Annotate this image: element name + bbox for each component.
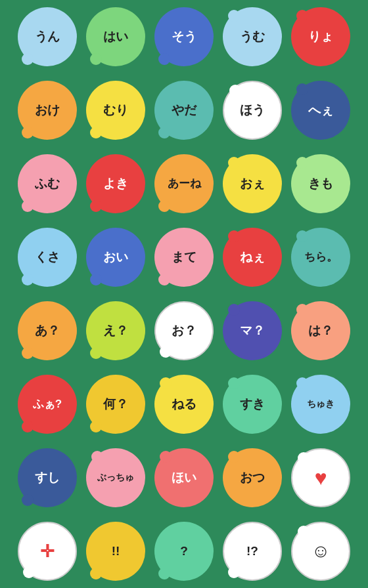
bubble-label: うむ: [240, 30, 265, 44]
bubble-3-1[interactable]: おい: [86, 228, 145, 287]
bubble-label: ねる: [172, 398, 196, 411]
bubble-label: あ？: [35, 324, 60, 338]
bubble-1-1[interactable]: むり: [86, 81, 145, 140]
bubble-7-2[interactable]: ?: [154, 522, 214, 581]
bubble-6-4[interactable]: ♥: [291, 448, 350, 507]
bubble-label: すし: [35, 471, 60, 485]
bubble-1-0[interactable]: おけ: [18, 81, 77, 140]
bubble-3-4[interactable]: ちら。: [291, 228, 350, 287]
bubble-3-2[interactable]: まて: [154, 228, 214, 287]
bubble-label: ほう: [240, 104, 265, 117]
emoji-grid: うんはいそううむりょおけむりやだほうへぇふむよきあーねおぇきもくさおいまてねぇち…: [8, 0, 360, 588]
bubble-label: おぇ: [240, 177, 265, 191]
bubble-5-2[interactable]: ねる: [154, 375, 214, 434]
bubble-6-2[interactable]: ほい: [154, 448, 214, 507]
bubble-0-2[interactable]: そう: [154, 7, 214, 66]
bubble-7-4[interactable]: ☺: [291, 522, 350, 581]
bubble-4-3[interactable]: マ？: [223, 301, 282, 360]
face-icon: ☺: [311, 541, 331, 562]
bubble-label: お？: [172, 324, 196, 338]
bubble-2-2[interactable]: あーね: [154, 154, 214, 213]
bubble-label: ねぇ: [240, 251, 265, 264]
bubble-2-0[interactable]: ふむ: [18, 154, 77, 213]
bubble-label: やだ: [172, 104, 196, 117]
bubble-label: りょ: [308, 30, 333, 44]
bubble-7-0[interactable]: ✛: [18, 522, 77, 581]
bubble-2-3[interactable]: おぇ: [223, 154, 282, 213]
bubble-1-4[interactable]: へぇ: [291, 81, 350, 140]
bubble-4-4[interactable]: は？: [291, 301, 350, 360]
bubble-label: ほい: [172, 471, 196, 485]
bubble-label: へぇ: [308, 104, 333, 117]
cross-icon: ✛: [40, 541, 55, 562]
heart-icon: ♥: [315, 466, 327, 490]
bubble-label: !?: [246, 545, 258, 558]
bubble-6-3[interactable]: おつ: [223, 448, 282, 507]
bubble-4-1[interactable]: え？: [86, 301, 145, 360]
bubble-label: は？: [308, 324, 333, 338]
bubble-5-0[interactable]: ふぁ?: [18, 375, 77, 434]
bubble-0-1[interactable]: はい: [86, 7, 145, 66]
bubble-label: ?: [180, 545, 188, 558]
bubble-0-3[interactable]: うむ: [223, 7, 282, 66]
bubble-6-1[interactable]: ぶっちゅ: [86, 448, 145, 507]
bubble-label: むり: [103, 104, 128, 117]
bubble-label: すき: [240, 398, 265, 411]
bubble-7-1[interactable]: !!: [86, 522, 145, 581]
bubble-0-4[interactable]: りょ: [291, 7, 350, 66]
bubble-6-0[interactable]: すし: [18, 448, 77, 507]
bubble-label: おけ: [35, 104, 60, 117]
bubble-label: ふぁ?: [33, 398, 62, 411]
bubble-2-4[interactable]: きも: [291, 154, 350, 213]
bubble-label: おつ: [240, 471, 265, 485]
bubble-label: きも: [308, 177, 333, 191]
bubble-5-4[interactable]: ちゅき: [291, 375, 350, 434]
bubble-label: 何？: [103, 398, 128, 411]
bubble-label: ふむ: [35, 177, 60, 191]
bubble-label: おい: [103, 251, 128, 264]
bubble-label: はい: [103, 30, 128, 44]
bubble-label: ぶっちゅ: [97, 472, 134, 482]
bubble-5-1[interactable]: 何？: [86, 375, 145, 434]
bubble-label: うん: [35, 30, 60, 44]
bubble-label: まて: [172, 251, 196, 264]
bubble-2-1[interactable]: よき: [86, 154, 145, 213]
bubble-5-3[interactable]: すき: [223, 375, 282, 434]
bubble-label: !!: [112, 545, 120, 558]
bubble-7-3[interactable]: !?: [223, 522, 282, 581]
bubble-label: よき: [103, 177, 128, 191]
bubble-label: あーね: [168, 178, 201, 190]
bubble-label: え？: [103, 324, 128, 338]
bubble-label: そう: [172, 30, 196, 44]
bubble-3-3[interactable]: ねぇ: [223, 228, 282, 287]
bubble-3-0[interactable]: くさ: [18, 228, 77, 287]
bubble-4-0[interactable]: あ？: [18, 301, 77, 360]
bubble-label: ちら。: [304, 251, 338, 264]
bubble-0-0[interactable]: うん: [18, 7, 77, 66]
bubble-label: ちゅき: [307, 399, 334, 409]
bubble-label: マ？: [240, 324, 265, 338]
bubble-label: くさ: [35, 251, 60, 264]
bubble-1-2[interactable]: やだ: [154, 81, 214, 140]
bubble-4-2[interactable]: お？: [154, 301, 214, 360]
bubble-1-3[interactable]: ほう: [223, 81, 282, 140]
